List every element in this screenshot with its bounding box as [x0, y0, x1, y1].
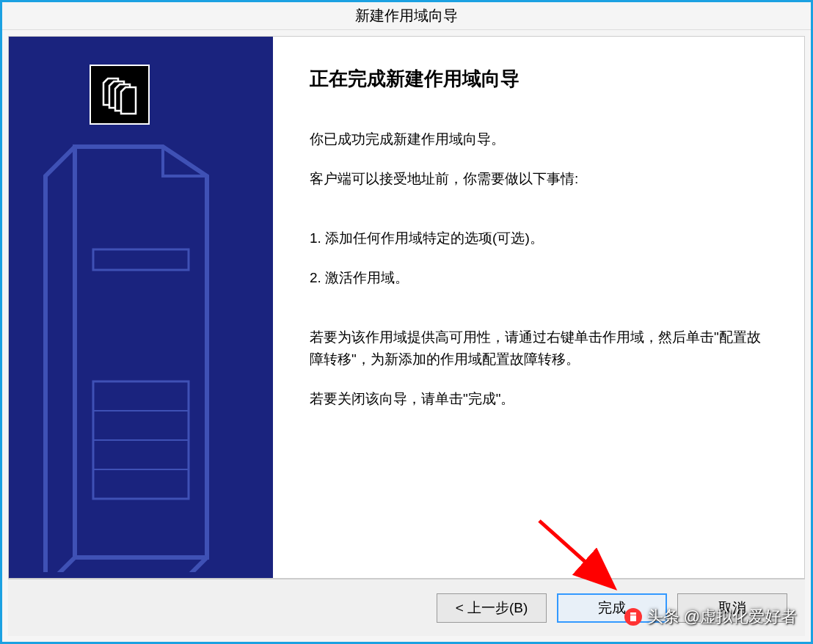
- back-button[interactable]: < 上一步(B): [437, 593, 547, 623]
- main-content: 正在完成新建作用域向导 你已成功完成新建作用域向导。 客户端可以接受地址前，你需…: [273, 37, 804, 578]
- wizard-sidebar: [9, 37, 273, 578]
- ha-instructions: 若要为该作用域提供高可用性，请通过右键单击作用域，然后单击"配置故障转移"，为新…: [310, 326, 768, 371]
- files-icon: [90, 65, 150, 125]
- button-bar: < 上一步(B) 完成 取消: [8, 579, 805, 636]
- cancel-button[interactable]: 取消: [677, 593, 787, 623]
- wizard-heading: 正在完成新建作用域向导: [310, 66, 768, 92]
- content-area: 正在完成新建作用域向导 你已成功完成新建作用域向导。 客户端可以接受地址前，你需…: [8, 36, 805, 579]
- server-graphic: [31, 59, 251, 572]
- completion-text: 你已成功完成新建作用域向导。: [310, 128, 768, 150]
- dialog-title: 新建作用域向导: [355, 6, 458, 26]
- finish-button[interactable]: 完成: [557, 593, 667, 623]
- instructions-intro: 客户端可以接受地址前，你需要做以下事情:: [310, 168, 768, 190]
- step-2: 2. 激活作用域。: [310, 267, 768, 289]
- svg-rect-0: [93, 249, 189, 270]
- title-bar: 新建作用域向导: [2, 2, 811, 30]
- step-1: 1. 添加任何作用域特定的选项(可选)。: [310, 227, 768, 249]
- close-instructions: 若要关闭该向导，请单击"完成"。: [310, 388, 768, 410]
- wizard-dialog: 新建作用域向导: [0, 0, 813, 644]
